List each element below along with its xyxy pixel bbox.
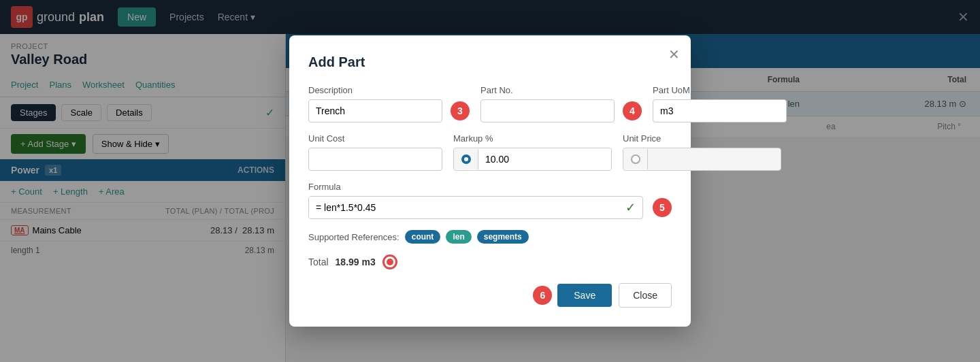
unit-cost-label: Unit Cost: [308, 133, 442, 144]
unit-cost-input[interactable]: [308, 148, 442, 171]
markup-input[interactable]: [478, 148, 611, 170]
part-uom-label: Part UoM: [653, 85, 787, 95]
total-value: 18.99 m3: [336, 257, 376, 267]
markup-radio-group: [453, 148, 612, 171]
markup-label: Markup %: [453, 133, 612, 144]
step-6-circle: 6: [533, 286, 552, 305]
ref-badge-count: count: [405, 230, 441, 244]
form-row-1: Description 3 Part No. 4 Part UoM: [308, 85, 672, 122]
form-row-2: Unit Cost Markup % Unit Price: [308, 133, 672, 171]
unit-cost-group: Unit Cost: [308, 133, 442, 171]
app-background: gp groundplan New Projects Recent ▾ ✕ PR…: [0, 0, 980, 362]
modal-close-button[interactable]: ✕: [668, 46, 680, 63]
total-dot: [382, 254, 397, 269]
part-no-input[interactable]: [480, 99, 615, 122]
markup-radio-active[interactable]: [454, 149, 478, 169]
total-dot-inner: [387, 259, 393, 265]
unit-price-group: Unit Price: [623, 133, 781, 171]
description-label: Description: [308, 85, 470, 95]
part-no-label: Part No.: [480, 85, 642, 95]
step-4-circle: 4: [623, 101, 642, 120]
total-label: Total: [308, 257, 329, 267]
ref-badge-len: len: [446, 230, 471, 244]
formula-group: Formula ✓ 5: [308, 182, 672, 219]
total-row: Total 18.99 m3: [308, 254, 672, 269]
unit-price-input[interactable]: [648, 148, 781, 170]
add-part-modal: Add Part ✕ Description 3 Part No. 4: [289, 35, 691, 327]
modal-overlay: Add Part ✕ Description 3 Part No. 4: [0, 0, 980, 362]
description-group: Description 3: [308, 85, 470, 122]
unit-price-radio-inactive[interactable]: [623, 149, 648, 169]
formula-label: Formula: [308, 182, 672, 192]
radio-circle-active: [461, 154, 471, 164]
part-no-group: Part No. 4: [480, 85, 642, 122]
formula-check-icon: ✓: [619, 200, 642, 215]
close-modal-button[interactable]: Close: [619, 283, 672, 308]
refs-row: Supported References: count len segments: [308, 230, 672, 244]
save-button[interactable]: Save: [557, 284, 612, 307]
unit-price-radio-group: [623, 148, 781, 171]
modal-footer: 6 Save Close: [308, 283, 672, 308]
markup-group: Markup %: [453, 133, 612, 171]
form-row-formula: Formula ✓ 5: [308, 182, 672, 219]
refs-label: Supported References:: [308, 232, 399, 242]
part-uom-group: Part UoM: [653, 85, 787, 122]
modal-title: Add Part: [308, 54, 672, 70]
formula-input-row: ✓: [308, 196, 643, 219]
step-5-circle: 5: [653, 198, 672, 217]
unit-price-label: Unit Price: [623, 133, 781, 144]
formula-input[interactable]: [309, 197, 619, 218]
part-uom-input[interactable]: [653, 99, 787, 122]
description-input[interactable]: [308, 99, 442, 122]
step-3-circle: 3: [451, 101, 470, 120]
ref-badge-segments: segments: [477, 230, 529, 244]
radio-circle-inactive: [631, 154, 640, 164]
